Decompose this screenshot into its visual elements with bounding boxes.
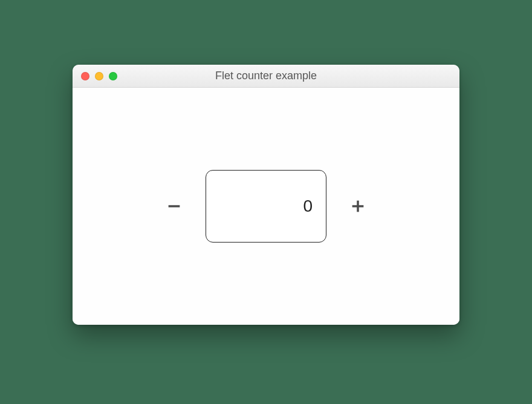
app-window: Flet counter example xyxy=(73,65,459,325)
close-icon[interactable] xyxy=(81,72,89,80)
increment-button[interactable] xyxy=(343,192,372,221)
traffic-lights xyxy=(73,72,117,80)
fullscreen-icon[interactable] xyxy=(109,72,117,80)
svg-rect-2 xyxy=(357,201,359,212)
svg-rect-0 xyxy=(169,205,180,207)
window-title: Flet counter example xyxy=(73,70,459,82)
counter-field[interactable] xyxy=(206,170,326,243)
content-area xyxy=(73,88,459,325)
minimize-icon[interactable] xyxy=(95,72,103,80)
titlebar: Flet counter example xyxy=(73,65,459,88)
counter-input[interactable] xyxy=(206,197,313,216)
remove-icon xyxy=(166,198,183,215)
add-icon xyxy=(349,198,366,215)
decrement-button[interactable] xyxy=(160,192,189,221)
